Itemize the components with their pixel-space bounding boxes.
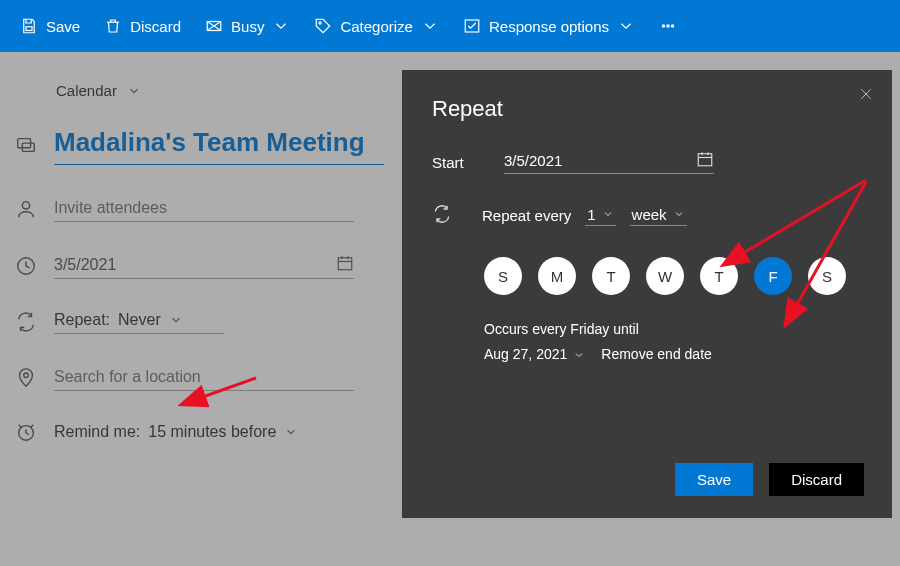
reminder-value: 15 minutes before bbox=[148, 423, 276, 441]
chevron-down-icon bbox=[421, 17, 439, 35]
more-icon bbox=[659, 17, 677, 35]
end-date-dropdown[interactable]: Aug 27, 2021 bbox=[484, 342, 585, 367]
unit-dropdown[interactable]: week bbox=[630, 206, 687, 226]
chevron-down-icon bbox=[284, 425, 298, 439]
save-icon bbox=[20, 17, 38, 35]
repeat-icon bbox=[15, 311, 37, 333]
day-thu[interactable]: T bbox=[700, 257, 738, 295]
tag-icon bbox=[314, 17, 332, 35]
person-icon bbox=[15, 198, 37, 220]
trash-icon bbox=[104, 17, 122, 35]
end-date-value: Aug 27, 2021 bbox=[484, 342, 567, 367]
repeat-dialog: Repeat Start 3/5/2021 Repeat every 1 wee… bbox=[402, 70, 892, 518]
chevron-down-icon bbox=[617, 17, 635, 35]
day-tue[interactable]: T bbox=[592, 257, 630, 295]
clock-icon bbox=[15, 255, 37, 277]
categorize-label: Categorize bbox=[340, 18, 413, 35]
discard-button[interactable]: Discard bbox=[104, 17, 181, 35]
day-sun[interactable]: S bbox=[484, 257, 522, 295]
modal-save-button[interactable]: Save bbox=[675, 463, 753, 496]
day-fri[interactable]: F bbox=[754, 257, 792, 295]
save-label: Save bbox=[46, 18, 80, 35]
close-button[interactable] bbox=[858, 86, 874, 105]
busy-dropdown[interactable]: Busy bbox=[205, 17, 290, 35]
repeat-icon bbox=[432, 204, 452, 227]
start-date-input[interactable]: 3/5/2021 bbox=[504, 150, 714, 174]
remove-end-date-link[interactable]: Remove end date bbox=[601, 342, 712, 367]
calendar-icon[interactable] bbox=[696, 150, 714, 171]
svg-point-7 bbox=[667, 25, 669, 27]
interval-dropdown[interactable]: 1 bbox=[585, 206, 615, 226]
chevron-down-icon bbox=[272, 17, 290, 35]
discard-label: Discard bbox=[130, 18, 181, 35]
chevron-down-icon bbox=[169, 313, 183, 327]
location-icon bbox=[15, 367, 37, 389]
chevron-down-icon bbox=[573, 349, 585, 361]
start-date-value: 3/5/2021 bbox=[504, 152, 562, 169]
chat-icon bbox=[15, 134, 37, 156]
reminder-icon bbox=[15, 421, 37, 443]
svg-rect-13 bbox=[338, 258, 352, 270]
response-options-dropdown[interactable]: Response options bbox=[463, 17, 635, 35]
svg-line-19 bbox=[19, 425, 22, 428]
reminder-dropdown[interactable]: Remind me: 15 minutes before bbox=[54, 423, 298, 441]
repeat-label: Repeat: bbox=[54, 311, 110, 329]
overflow-button[interactable] bbox=[659, 17, 677, 35]
calendar-icon[interactable] bbox=[336, 254, 354, 276]
dialog-title: Repeat bbox=[432, 96, 862, 122]
categorize-dropdown[interactable]: Categorize bbox=[314, 17, 439, 35]
occurs-text: Occurs every Friday until bbox=[484, 317, 862, 342]
chevron-down-icon bbox=[602, 208, 614, 220]
event-title-input[interactable] bbox=[54, 125, 384, 165]
svg-line-20 bbox=[31, 425, 34, 428]
day-mon[interactable]: M bbox=[538, 257, 576, 295]
svg-point-4 bbox=[319, 22, 321, 24]
svg-rect-23 bbox=[698, 154, 712, 166]
date-input[interactable] bbox=[54, 252, 354, 279]
svg-point-11 bbox=[22, 201, 29, 208]
busy-label: Busy bbox=[231, 18, 264, 35]
unit-value: week bbox=[632, 206, 667, 223]
close-icon bbox=[858, 86, 874, 102]
chevron-down-icon bbox=[127, 84, 141, 98]
weekday-picker: S M T W T F S bbox=[484, 257, 862, 295]
repeat-value: Never bbox=[118, 311, 161, 329]
interval-value: 1 bbox=[587, 206, 595, 223]
start-label: Start bbox=[432, 154, 484, 171]
svg-point-17 bbox=[24, 372, 29, 377]
command-bar: Save Discard Busy Categorize Response op… bbox=[0, 0, 900, 52]
calendar-picker-label: Calendar bbox=[56, 82, 117, 99]
svg-rect-0 bbox=[26, 27, 32, 31]
status-icon bbox=[205, 17, 223, 35]
repeat-dropdown[interactable]: Repeat: Never bbox=[54, 309, 224, 334]
repeat-every-label: Repeat every bbox=[482, 207, 571, 224]
svg-point-6 bbox=[662, 25, 664, 27]
attendees-input[interactable] bbox=[54, 195, 354, 222]
modal-discard-button[interactable]: Discard bbox=[769, 463, 864, 496]
checklist-icon bbox=[463, 17, 481, 35]
response-options-label: Response options bbox=[489, 18, 609, 35]
day-sat[interactable]: S bbox=[808, 257, 846, 295]
reminder-label: Remind me: bbox=[54, 423, 140, 441]
chevron-down-icon bbox=[673, 208, 685, 220]
day-wed[interactable]: W bbox=[646, 257, 684, 295]
save-button[interactable]: Save bbox=[20, 17, 80, 35]
svg-point-8 bbox=[671, 25, 673, 27]
location-input[interactable] bbox=[54, 364, 354, 391]
